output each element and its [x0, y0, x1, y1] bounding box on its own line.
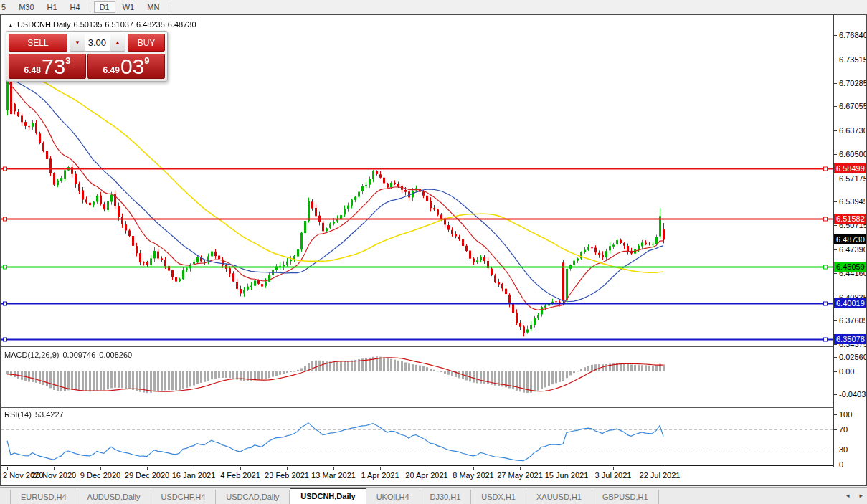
level-price-label: 6.51582	[834, 214, 866, 224]
toolbar-separator	[169, 2, 169, 12]
axis-tick-mark	[834, 60, 837, 60]
date-tick-mark	[100, 467, 101, 470]
timeframe-button-h1[interactable]: H1	[42, 1, 63, 13]
tab-scroll-left-icon[interactable]: ◂	[846, 492, 850, 499]
macd-value-signal: 0.008260	[99, 351, 132, 359]
price-axis-label: 6.57175	[839, 174, 866, 183]
axis-tick-mark	[834, 106, 837, 107]
macd-axis-label: -0.040388	[839, 390, 866, 399]
date-tick-mark	[333, 467, 334, 470]
price-axis-label: 6.63730	[839, 126, 866, 135]
axis-tick-mark	[834, 154, 837, 155]
collapse-icon[interactable]: ▲	[8, 22, 14, 29]
sell-price-prefix: 6.48	[24, 65, 41, 75]
level-price-label: 6.35078	[834, 334, 866, 344]
date-axis-label: 23 Feb 2021	[265, 471, 309, 480]
chart-tab-bar: EURUSD,H4AUDUSD,DailyUSDCHF,H4USDCAD,Dai…	[0, 487, 867, 504]
price-axis-label: 6.37605	[839, 316, 866, 325]
axis-tick-mark	[834, 249, 837, 250]
chart-tab-ukoil[interactable]: UKOil,H4	[366, 490, 420, 504]
buy-price-button[interactable]: 6.49 03 9	[87, 54, 165, 79]
price-axis-label: 6.60500	[839, 150, 866, 158]
timeframe-toolbar: 5M30H1H4D1W1MN	[0, 0, 867, 14]
chart-tab-usdcnh[interactable]: USDCNH,Daily	[290, 488, 366, 504]
volume-input[interactable]: 3.00	[85, 34, 110, 51]
axis-tick-mark	[834, 344, 837, 345]
bar-high: 6.51037	[105, 20, 133, 29]
axis-tick-mark	[834, 179, 837, 179]
chart-tab-xauusd[interactable]: XAUUSD,H1	[526, 490, 592, 504]
date-axis-label: 4 Feb 2021	[220, 471, 260, 480]
tab-scroll-right-icon[interactable]: ▸	[859, 492, 863, 499]
price-axis-label: 6.73515	[839, 55, 866, 64]
date-tick-mark	[567, 467, 567, 470]
macd-axis-label: 0.025609	[839, 353, 866, 361]
date-tick-mark	[473, 467, 474, 470]
rsi-indicator-label: RSI(14)53.4227	[4, 410, 67, 419]
toolbar-separator	[90, 2, 90, 12]
sell-button[interactable]: SELL	[9, 34, 67, 52]
axis-tick-mark	[834, 371, 837, 372]
date-axis[interactable]: 2 Nov 202020 Nov 20209 Dec 202029 Dec 20…	[1, 467, 866, 485]
chart-tab-gbpusd[interactable]: GBPUSD,H1	[592, 490, 659, 504]
volume-decrease-icon[interactable]: ▼	[70, 34, 85, 51]
axis-tick-mark	[834, 83, 837, 84]
rsi-name: RSI(14)	[4, 410, 32, 419]
price-axis-label: 6.53945	[839, 197, 866, 206]
chart-window: ▲USDCNH,Daily6.501356.510376.482356.4873…	[0, 14, 867, 486]
chart-tab-usdx[interactable]: USDX,H1	[471, 490, 526, 504]
axis-tick-mark	[834, 225, 837, 226]
buy-price-pip: 9	[144, 55, 149, 66]
date-tick-mark	[660, 467, 660, 470]
chart-title: USDCNH,Daily	[17, 20, 71, 29]
volume-increase-icon[interactable]: ▲	[110, 34, 125, 51]
level-price-label: 6.40019	[834, 298, 866, 308]
date-tick-mark	[427, 467, 427, 470]
chart-tab-usdcad[interactable]: USDCAD,Daily	[216, 490, 290, 504]
rsi-axis-label: 100	[839, 410, 852, 419]
macd-axis-label: 0.00	[839, 367, 854, 376]
date-axis-label: 29 Dec 2020	[125, 471, 169, 480]
timeframe-button-h4[interactable]: H4	[65, 1, 86, 13]
price-axis-label: 6.70285	[839, 79, 866, 87]
timeframe-button-mn[interactable]: MN	[141, 1, 165, 13]
date-axis-label: 20 Nov 2020	[32, 471, 76, 480]
date-axis-label: 8 May 2021	[453, 471, 493, 480]
axis-tick-mark	[834, 429, 837, 430]
date-tick-mark	[613, 467, 614, 470]
timeframe-button-5[interactable]: 5	[0, 1, 11, 13]
axis-tick-mark	[834, 273, 837, 274]
axis-tick-mark	[834, 450, 837, 450]
chart-tab-usdchf[interactable]: USDCHF,H4	[151, 490, 217, 504]
chart-tab-audusd[interactable]: AUDUSD,Daily	[77, 490, 151, 504]
date-tick-mark	[380, 467, 381, 470]
chart-tab-eurusd[interactable]: EURUSD,H4	[10, 490, 77, 504]
buy-button[interactable]: BUY	[128, 34, 165, 52]
axis-tick-mark	[834, 35, 837, 36]
price-axis[interactable]: 6.768406.735156.702856.670556.637306.605…	[834, 15, 866, 467]
date-tick-mark	[240, 467, 241, 470]
date-axis-label: 15 Jun 2021	[545, 471, 589, 480]
buy-price-prefix: 6.49	[103, 65, 120, 75]
sell-price-button[interactable]: 6.48 73 3	[9, 54, 86, 79]
date-axis-label: 27 May 2021	[497, 471, 543, 480]
price-axis-label: 6.76840	[839, 31, 866, 39]
chart-tab-dj30[interactable]: DJ30,H1	[420, 490, 472, 504]
tab-scroll-buttons: ◂ ▸	[846, 492, 863, 499]
current-price-label: 6.48730	[834, 234, 866, 244]
date-tick-mark	[147, 467, 148, 470]
rsi-chart-canvas[interactable]	[1, 408, 833, 465]
rsi-axis-label: 30	[839, 445, 848, 454]
timeframe-button-m30[interactable]: M30	[13, 1, 39, 13]
date-axis-label: 16 Jan 2021	[172, 471, 216, 480]
price-axis-label: 6.67055	[839, 102, 866, 110]
bar-low: 6.48235	[136, 20, 165, 29]
macd-name: MACD(12,26,9)	[4, 351, 59, 359]
timeframe-button-w1[interactable]: W1	[117, 1, 141, 13]
date-tick-mark	[287, 467, 288, 470]
date-tick-mark	[54, 467, 55, 470]
timeframe-button-d1[interactable]: D1	[94, 1, 115, 13]
axis-tick-mark	[834, 201, 837, 202]
price-axis-label: 6.47390	[839, 245, 866, 254]
sell-price-big: 73	[42, 56, 65, 77]
